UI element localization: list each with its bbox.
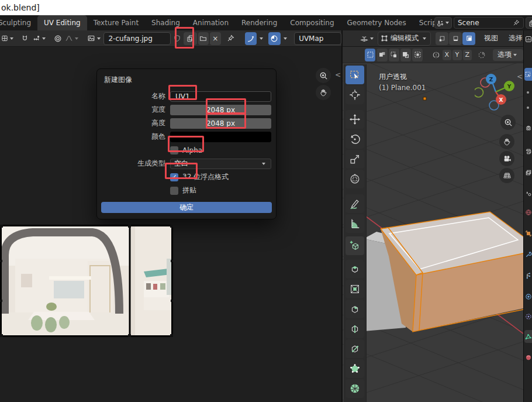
image-name-field[interactable]: 2-cufang.jpg [103,32,170,45]
gizmos-dropdown[interactable] [258,32,265,45]
viewport-camera-button[interactable] [499,151,514,166]
tool-move[interactable] [346,110,364,129]
tool-poly-build[interactable] [346,359,364,378]
proportional-falloff-dropdown[interactable] [64,32,81,45]
tool-measure[interactable] [346,214,364,233]
tool-cursor[interactable] [346,85,364,104]
tab-uv-editing[interactable]: UV Editing [37,15,87,30]
edge-select-button[interactable] [449,32,462,45]
snap-target-dropdown[interactable] [32,32,48,45]
color-swatch[interactable] [170,132,271,142]
uv-image-preview[interactable] [0,225,173,337]
proportional-edit-toggle[interactable] [53,32,64,45]
pin-icon[interactable] [513,19,520,26]
mirror-x-button[interactable]: X [443,50,452,60]
props-tab-output[interactable] [525,145,532,158]
select-intersect-button[interactable] [412,49,423,61]
tab-geometry-nodes[interactable]: Geometry Nodes [341,15,413,30]
new-scene-button[interactable] [526,17,532,29]
props-tab-tool[interactable] [524,68,532,81]
tool-extrude-region[interactable] [346,260,364,279]
tab-shading[interactable]: Shading [145,15,186,30]
scene-browse-button[interactable] [434,17,452,29]
height-slider[interactable]: 2048 px [170,118,271,129]
vertex-select-button[interactable] [436,32,448,45]
tool-spin[interactable] [346,379,364,398]
props-tab-scene[interactable] [525,187,532,200]
tool-annotate[interactable] [346,194,364,213]
props-tab-view-layer[interactable] [525,166,532,179]
properties-editor-type-icon[interactable] [525,33,532,46]
alpha-checkbox[interactable] [170,146,178,154]
unlink-image-button[interactable]: × [210,32,221,45]
snap-toggle-button[interactable] [20,32,31,45]
mirror-toggle[interactable] [430,49,441,61]
tweak-select-button[interactable] [365,49,375,61]
scene-name-field[interactable]: Scene [454,17,524,29]
tab-compositing[interactable]: Compositing [284,15,340,30]
select-mode-buttons [436,32,475,45]
proportional-edit-toggle-3d[interactable] [476,49,487,61]
props-tab-modifiers[interactable] [525,248,532,261]
select-difference-button[interactable] [400,49,411,61]
tool-scale[interactable] [346,150,364,169]
uv-pan-button[interactable] [316,85,331,100]
tab-sculpting[interactable]: Sculpting [0,15,37,30]
menu-view[interactable]: 视图 [480,33,502,43]
uvmap-field[interactable]: UVMap [294,32,341,45]
width-slider[interactable]: 2048 px [170,105,271,115]
open-image-button[interactable] [198,32,209,45]
viewport-pan-button[interactable] [499,134,514,149]
props-tab-physics[interactable] [525,290,532,303]
new-image-button[interactable] [184,32,196,45]
fake-user-toggle[interactable] [172,32,183,45]
overlays-dropdown[interactable] [282,32,289,45]
gizmo-neg-y-ball[interactable] [475,88,483,97]
props-tab-particles[interactable] [525,269,532,282]
face-select-button[interactable] [462,32,475,45]
mode-dropdown[interactable]: 编辑模式 [378,32,431,46]
tool-loop-cut[interactable] [346,319,364,338]
tab-texture-paint[interactable]: Texture Paint [87,15,145,30]
pin-button[interactable] [225,32,236,45]
viewport-zoom-button[interactable] [500,115,516,130]
tab-rendering[interactable]: Rendering [235,15,284,30]
generated-type-dropdown[interactable]: 空白 [170,159,271,169]
viewport-canvas[interactable] [343,63,523,402]
gizmos-toggle[interactable] [245,32,257,45]
tool-select-box[interactable] [346,66,364,84]
select-subtract-button[interactable] [389,49,399,61]
ok-button[interactable]: 确定 [101,202,272,213]
options-dropdown[interactable]: 选项 [493,49,523,61]
uv-sidebar-collapse-arrow[interactable]: < [335,71,341,79]
tab-animation[interactable]: Animation [186,15,235,30]
mirror-z-button[interactable]: Z [463,50,472,60]
editor-type-dropdown-3d[interactable] [360,32,375,45]
tool-inset-faces[interactable] [346,280,364,298]
props-tab-object-data[interactable] [524,330,532,343]
props-tab-render[interactable] [525,122,532,135]
viewport-ortho-toggle-button[interactable] [499,168,514,183]
tiled-checkbox[interactable] [170,187,178,195]
props-tab-material[interactable] [525,351,532,364]
viewport-sidebar-collapse-arrow[interactable]: < [517,73,523,81]
props-tab-world[interactable] [525,206,532,219]
menu-select[interactable]: 选择 [505,33,523,43]
name-field[interactable]: UV1 [170,91,271,102]
tool-rotate[interactable] [346,130,364,149]
select-extend-button[interactable] [376,49,387,61]
navigation-gizmo[interactable]: Z Y X [475,71,517,113]
mirror-y-button[interactable]: Y [452,50,462,60]
uv-zoom-button[interactable] [316,68,331,83]
tool-bevel[interactable] [346,300,364,318]
tool-knife[interactable] [346,339,364,358]
props-tab-constraints[interactable] [525,310,532,323]
props-tab-object[interactable] [525,227,532,240]
image-browse-dropdown[interactable] [87,32,103,45]
editor-type-dropdown[interactable] [1,32,15,45]
overlays-toggle[interactable] [268,32,280,45]
tool-add-cube[interactable] [346,236,364,255]
float-checkbox[interactable]: ✓ [170,173,178,181]
tool-transform[interactable] [346,170,364,188]
alpha-row: Alpha [170,145,271,156]
